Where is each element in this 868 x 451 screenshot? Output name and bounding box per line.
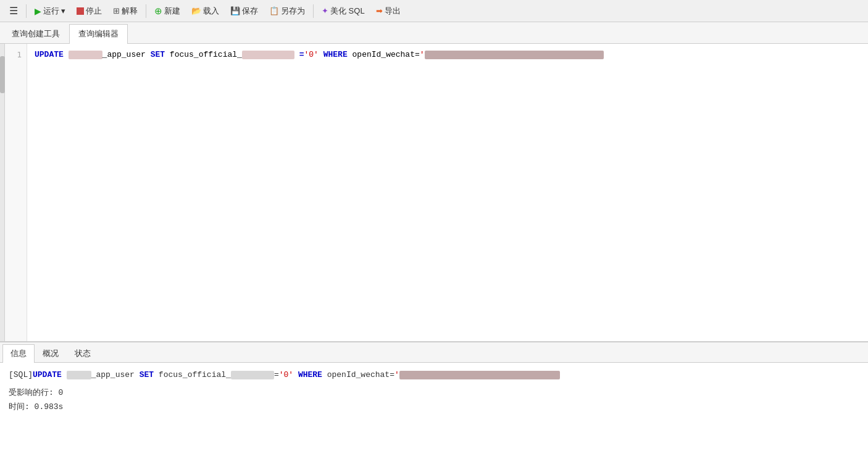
eq-sign <box>294 49 299 61</box>
save-button[interactable]: 💾 保存 <box>226 4 262 19</box>
code-editor[interactable]: UPDATE _app_user SET focus_official_ = '… <box>27 44 868 341</box>
kw-set: SET <box>151 49 170 61</box>
hamburger-icon: ☰ <box>9 5 18 17</box>
tab-overview[interactable]: 概况 <box>35 344 67 362</box>
save-icon: 💾 <box>230 6 240 15</box>
beautify-button[interactable]: ✦ 美化 SQL <box>317 4 369 19</box>
explain-button[interactable]: ⊞ 解释 <box>109 4 142 19</box>
sql-log-line: [SQL] UPDATE _app_user SET focus_officia… <box>9 369 859 382</box>
space1 <box>319 49 323 61</box>
stop-icon <box>77 7 84 15</box>
affected-rows-label: 受影响的行: 0 <box>9 388 63 397</box>
sql-log-quote: ' <box>394 369 399 382</box>
bottom-info-content: [SQL] UPDATE _app_user SET focus_officia… <box>0 363 868 451</box>
load-icon: 📂 <box>191 6 201 15</box>
sql-log-kw-where: WHERE <box>293 369 327 382</box>
val-zero: '0' <box>304 49 319 61</box>
hamburger-button[interactable]: ☰ <box>5 3 22 19</box>
tab-info[interactable]: 信息 <box>2 344 35 363</box>
saveas-button[interactable]: 📋 另存为 <box>265 4 309 19</box>
export-icon: ➡ <box>376 6 383 15</box>
table-name: _app_user <box>102 49 151 61</box>
bottom-tabs-bar: 信息 概况 状态 <box>0 342 868 363</box>
sql-log-kw-update: UPDATE <box>33 369 67 382</box>
sql-log-val: '0' <box>279 369 293 382</box>
sql-log-prefix: [SQL] <box>9 369 33 382</box>
run-dropdown-icon: ▾ <box>61 6 65 15</box>
left-scrollbar[interactable] <box>0 44 5 341</box>
divider-2 <box>146 4 146 18</box>
col-name: focus_official_ <box>170 49 242 61</box>
new-button[interactable]: ⊕ 新建 <box>150 4 185 19</box>
affected-rows-row: 受影响的行: 0 <box>9 387 859 400</box>
new-icon: ⊕ <box>154 6 162 17</box>
redacted-where-value <box>425 51 604 59</box>
beautify-icon: ✦ <box>322 6 328 15</box>
redacted-col-suffix <box>242 51 294 59</box>
load-button[interactable]: 📂 载入 <box>187 4 223 19</box>
sql-log-redacted3 <box>399 371 560 379</box>
kw-eq: = <box>299 49 304 61</box>
tab-query-builder[interactable]: 查询创建工具 <box>2 24 69 43</box>
explain-icon: ⊞ <box>113 6 120 15</box>
val-quote: ' <box>420 49 425 61</box>
kw-where: WHERE <box>323 49 353 61</box>
run-button[interactable]: ▶ 运行 ▾ <box>30 4 70 19</box>
editor-area: 1 UPDATE _app_user SET focus_official_ =… <box>0 44 868 342</box>
where-col: openId_wechat= <box>353 49 420 61</box>
export-button[interactable]: ➡ 导出 <box>372 4 405 19</box>
main-toolbar: ☰ ▶ 运行 ▾ 停止 ⊞ 解释 ⊕ 新建 📂 载入 💾 保存 📋 另存为 ✦ … <box>0 0 868 22</box>
run-icon: ▶ <box>35 6 41 16</box>
scrollbar-thumb <box>0 56 5 93</box>
divider-1 <box>26 4 27 18</box>
tab-status[interactable]: 状态 <box>67 344 99 362</box>
sql-log-where-col: openId_wechat= <box>327 369 394 382</box>
line-num-1: 1 <box>5 49 27 61</box>
sql-log-eq: = <box>274 369 279 382</box>
sql-log-kw-set: SET <box>140 369 159 382</box>
tab-query-editor[interactable]: 查询编辑器 <box>69 24 128 44</box>
editor-tabs-bar: 查询创建工具 查询编辑器 <box>0 22 868 44</box>
saveas-icon: 📋 <box>269 6 279 15</box>
bottom-panel: 信息 概况 状态 [SQL] UPDATE _app_user SET focu… <box>0 342 868 451</box>
sql-log-redacted2 <box>231 371 274 379</box>
sql-log-col: focus_official_ <box>159 369 231 382</box>
line-numbers: 1 <box>5 44 27 341</box>
time-label: 时间: 0.983s <box>9 402 63 412</box>
divider-3 <box>313 4 314 18</box>
kw-update: UPDATE <box>35 49 69 61</box>
sql-log-text1: _app_user <box>91 369 140 382</box>
redacted-table-prefix <box>69 51 102 59</box>
code-line-1: UPDATE _app_user SET focus_official_ = '… <box>35 49 861 61</box>
stop-button[interactable]: 停止 <box>72 4 106 19</box>
sql-log-redacted1 <box>67 371 91 379</box>
time-row: 时间: 0.983s <box>9 401 859 414</box>
